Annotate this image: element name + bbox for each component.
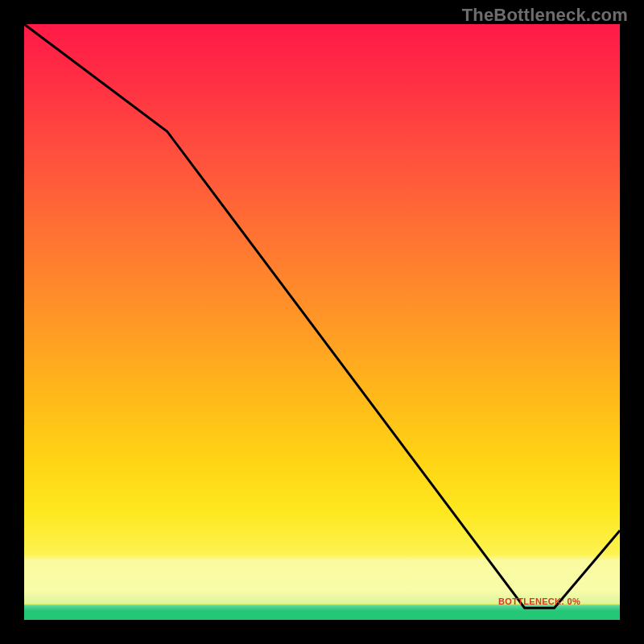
figure-root: TheBottleneck.com BOTTLENECK: 0% xyxy=(0,0,644,644)
watermark-text: TheBottleneck.com xyxy=(462,5,628,26)
plot-area: BOTTLENECK: 0% xyxy=(24,24,620,620)
minimum-annotation: BOTTLENECK: 0% xyxy=(498,597,580,606)
bottleneck-curve xyxy=(24,24,620,608)
chart-svg: BOTTLENECK: 0% xyxy=(24,24,620,620)
